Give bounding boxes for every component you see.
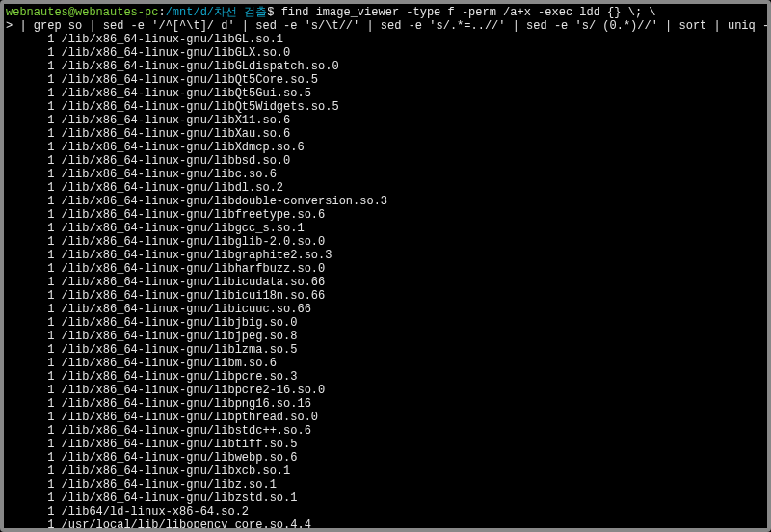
output-line: 1 /lib/x86_64-linux-gnu/libxcb.so.1	[6, 465, 765, 478]
output-line: 1 /lib/x86_64-linux-gnu/libpcre.so.3	[6, 370, 765, 384]
output-line: 1 /lib/x86_64-linux-gnu/libicudata.so.66	[6, 276, 765, 289]
output-line: 1 /lib64/ld-linux-x86-64.so.2	[6, 505, 765, 519]
output-line: 1 /lib/x86_64-linux-gnu/libz.so.1	[6, 478, 765, 492]
output-line: 1 /lib/x86_64-linux-gnu/libpthread.so.0	[6, 411, 765, 424]
output-line: 1 /lib/x86_64-linux-gnu/libGL.so.1	[6, 33, 765, 46]
output-line: 1 /lib/x86_64-linux-gnu/libstdc++.so.6	[6, 424, 765, 438]
output-line: 1 /lib/x86_64-linux-gnu/libbsd.so.0	[6, 154, 765, 168]
output-line: 1 /lib/x86_64-linux-gnu/libfreetype.so.6	[6, 208, 765, 222]
output-line: 1 /lib/x86_64-linux-gnu/libicuuc.so.66	[6, 303, 765, 316]
prompt-sep: :	[158, 6, 165, 19]
output-line: 1 /lib/x86_64-linux-gnu/libgcc_s.so.1	[6, 222, 765, 235]
output-line: 1 /lib/x86_64-linux-gnu/libicui18n.so.66	[6, 289, 765, 303]
output-line: 1 /lib/x86_64-linux-gnu/libdl.so.2	[6, 181, 765, 195]
prompt-line-1: webnautes@webnautes-pc:/mnt/d/차선 검출$ fin…	[6, 6, 765, 19]
terminal-window[interactable]: webnautes@webnautes-pc:/mnt/d/차선 검출$ fin…	[0, 0, 771, 532]
output-line: 1 /lib/x86_64-linux-gnu/libXau.so.6	[6, 127, 765, 141]
output-line: 1 /lib/x86_64-linux-gnu/libharfbuzz.so.0	[6, 262, 765, 276]
output-line: 1 /lib/x86_64-linux-gnu/libc.so.6	[6, 168, 765, 181]
output-line: 1 /lib/x86_64-linux-gnu/libGLdispatch.so…	[6, 60, 765, 73]
output-line: 1 /lib/x86_64-linux-gnu/libQt5Widgets.so…	[6, 100, 765, 114]
output-line: 1 /lib/x86_64-linux-gnu/libpcre2-16.so.0	[6, 384, 765, 397]
output-line: 1 /lib/x86_64-linux-gnu/libwebp.so.6	[6, 451, 765, 465]
output-line: 1 /usr/local/lib/libopencv_core.so.4.4	[6, 519, 765, 532]
command-text-value: find image_viewer -type f -perm /a+x -ex…	[281, 6, 656, 19]
output-line: 1 /lib/x86_64-linux-gnu/libdouble-conver…	[6, 195, 765, 208]
output-line: 1 /lib/x86_64-linux-gnu/libtiff.so.5	[6, 438, 765, 451]
prompt-cwd: /mnt/d/차선 검출	[166, 6, 268, 19]
output-line: 1 /lib/x86_64-linux-gnu/libglib-2.0.so.0	[6, 235, 765, 249]
command-output: 1 /lib/x86_64-linux-gnu/libGL.so.1 1 /li…	[6, 33, 765, 532]
output-line: 1 /lib/x86_64-linux-gnu/libgraphite2.so.…	[6, 249, 765, 262]
output-line: 1 /lib/x86_64-linux-gnu/liblzma.so.5	[6, 343, 765, 357]
output-line: 1 /lib/x86_64-linux-gnu/libQt5Core.so.5	[6, 73, 765, 87]
prompt-user: webnautes@webnautes-pc	[6, 6, 158, 19]
output-line: 1 /lib/x86_64-linux-gnu/libQt5Gui.so.5	[6, 87, 765, 100]
continuation-command: | grep so | sed -e '/^[^\t]/ d' | sed -e…	[13, 19, 771, 33]
output-line: 1 /lib/x86_64-linux-gnu/libX11.so.6	[6, 114, 765, 127]
output-line: 1 /lib/x86_64-linux-gnu/libm.so.6	[6, 357, 765, 370]
output-line: 1 /lib/x86_64-linux-gnu/libpng16.so.16	[6, 397, 765, 411]
output-line: 1 /lib/x86_64-linux-gnu/libzstd.so.1	[6, 492, 765, 505]
output-line: 1 /lib/x86_64-linux-gnu/libXdmcp.so.6	[6, 141, 765, 154]
output-line: 1 /lib/x86_64-linux-gnu/libGLX.so.0	[6, 46, 765, 60]
command-text	[274, 6, 280, 19]
output-line: 1 /lib/x86_64-linux-gnu/libjbig.so.0	[6, 316, 765, 330]
prompt-line-2: > | grep so | sed -e '/^[^\t]/ d' | sed …	[6, 19, 765, 33]
output-line: 1 /lib/x86_64-linux-gnu/libjpeg.so.8	[6, 330, 765, 343]
